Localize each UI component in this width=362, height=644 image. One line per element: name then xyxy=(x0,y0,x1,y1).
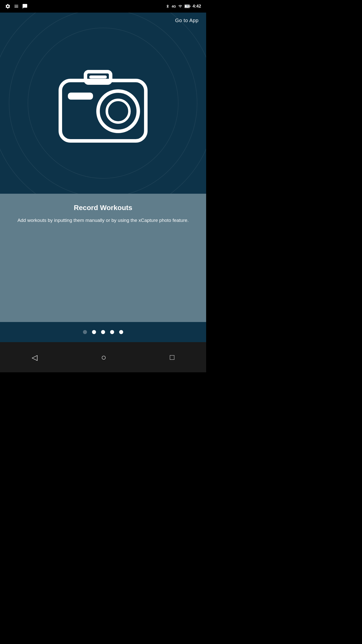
svg-rect-1 xyxy=(190,6,190,7)
dot-4[interactable] xyxy=(110,330,114,334)
checklist-icon xyxy=(14,4,19,9)
signal-4g-icon: 4G xyxy=(172,5,176,8)
signal-bars-icon xyxy=(178,4,183,8)
bluetooth-icon xyxy=(166,4,170,8)
recent-button[interactable]: □ xyxy=(170,353,174,361)
circle-decoration-3 xyxy=(0,13,206,194)
top-section: Go to App xyxy=(0,13,206,194)
battery-icon xyxy=(185,4,191,8)
pagination-dots xyxy=(0,322,206,342)
bottom-section: Record Workouts Add workouts by inputtin… xyxy=(0,194,206,322)
dot-5[interactable] xyxy=(119,330,123,334)
back-button[interactable]: ◁ xyxy=(32,353,37,362)
clock-time: 4:42 xyxy=(193,4,201,9)
bubble-icon xyxy=(22,4,28,9)
status-bar: 4G 4:42 xyxy=(0,0,206,13)
go-to-app-button[interactable]: Go to App xyxy=(175,18,199,23)
status-bar-left-icons xyxy=(5,4,28,9)
bottom-description: Add workouts by inputting them manually … xyxy=(5,217,201,224)
recent-icon: □ xyxy=(170,353,174,361)
home-icon: ○ xyxy=(101,352,106,362)
dot-1[interactable] xyxy=(83,330,87,334)
settings-icon xyxy=(5,4,11,9)
nav-bar: ◁ ○ □ xyxy=(0,342,206,372)
status-bar-right-icons: 4G 4:42 xyxy=(166,4,201,9)
home-button[interactable]: ○ xyxy=(101,352,106,362)
dot-2[interactable] xyxy=(92,330,96,334)
bottom-title: Record Workouts xyxy=(74,204,132,212)
back-icon: ◁ xyxy=(32,353,37,362)
dot-3[interactable] xyxy=(101,330,105,334)
